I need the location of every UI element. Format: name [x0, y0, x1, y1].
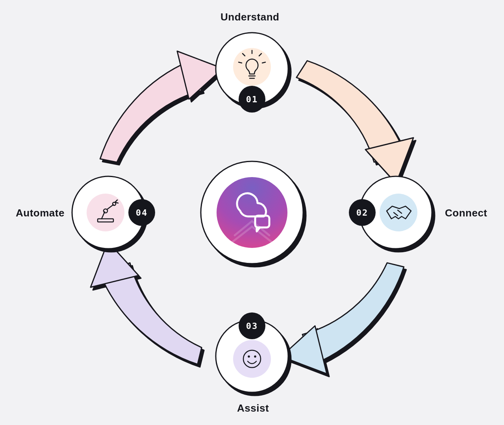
step-badge-01: 01 [239, 86, 265, 113]
svg-point-13 [380, 194, 417, 231]
arrow-assist-to-automate [91, 242, 202, 364]
cycle-svg [0, 0, 504, 425]
center-node [201, 161, 303, 264]
label-assist: Assist [237, 402, 269, 414]
label-automate: Automate [16, 207, 65, 219]
svg-point-15 [233, 340, 271, 378]
svg-point-1 [217, 177, 287, 248]
label-understand: Understand [220, 11, 279, 23]
step-badge-04: 04 [128, 199, 155, 226]
arrow-connect-to-assist [281, 263, 404, 374]
arrow-understand-to-connect [296, 61, 413, 183]
label-connect: Connect [445, 207, 487, 219]
step-badge-02: 02 [349, 199, 376, 226]
arrow-automate-to-understand [100, 51, 223, 162]
svg-point-17 [248, 356, 250, 357]
svg-point-18 [255, 356, 256, 357]
process-cycle-diagram: 01 02 03 04 Understand Connect Assist Au… [0, 0, 504, 425]
step-badge-03: 03 [239, 312, 265, 339]
